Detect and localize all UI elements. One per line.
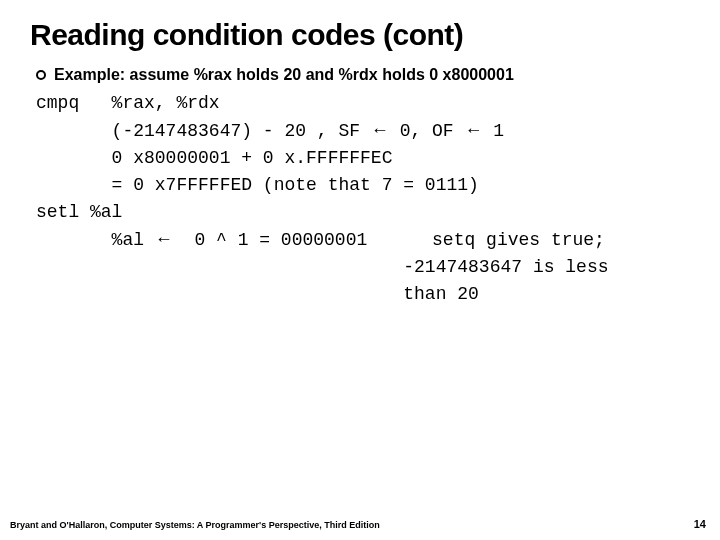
code-line: 0 ^ 1 = 00000001 setq gives true; [173,230,605,250]
circle-bullet-icon [36,70,46,80]
page-number: 14 [694,518,706,530]
left-arrow-icon: ← [371,120,389,140]
bullet-item: Example: assume %rax holds 20 and %rdx h… [36,66,694,84]
code-line: 0, OF [389,121,465,141]
footer-citation: Bryant and O'Hallaron, Computer Systems:… [10,520,380,530]
code-line: cmpq %rax, %rdx [36,93,220,113]
code-line: setl %al [36,202,122,222]
code-line: %al [36,230,155,250]
slide-title: Reading condition codes (cont) [30,18,694,52]
left-arrow-icon: ← [155,229,173,249]
code-line: than 20 [36,284,479,304]
code-block: cmpq %rax, %rdx (-2147483647) - 20 , SF … [36,90,694,308]
bullet-text: Example: assume %rax holds 20 and %rdx h… [54,66,514,84]
left-arrow-icon: ← [464,120,482,140]
code-line: = 0 x7FFFFFED (note that 7 = 0111) [36,175,479,195]
code-line: 1 [482,121,504,141]
code-line: (-2147483647) - 20 , SF [36,121,371,141]
code-line: 0 x80000001 + 0 x.FFFFFFEC [36,148,392,168]
code-line: -2147483647 is less [36,257,609,277]
